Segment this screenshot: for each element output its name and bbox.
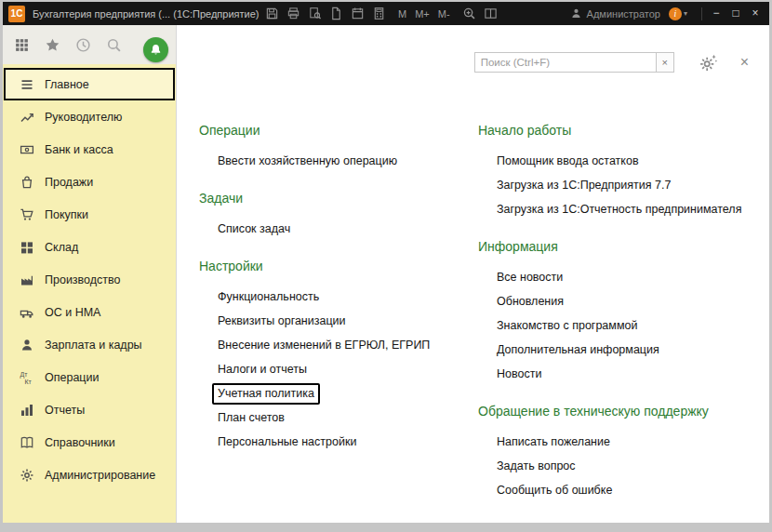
- section-title: Начало работы: [478, 122, 762, 140]
- person-icon: [20, 338, 34, 352]
- sidebar-item-sklad[interactable]: Склад: [4, 231, 175, 263]
- calculator-icon[interactable]: [372, 7, 386, 20]
- command-link[interactable]: Все новости: [497, 269, 563, 286]
- command-link[interactable]: Реквизиты организации: [218, 313, 346, 330]
- titlebar-separator: [701, 7, 702, 20]
- chevron-down-icon: ▾: [684, 9, 687, 18]
- sidebar-item-spravochniki[interactable]: Справочники: [4, 426, 175, 459]
- sidebar-item-operacii[interactable]: ДтКт Операции: [4, 361, 175, 393]
- panel-header: × ×: [474, 52, 749, 73]
- link-section: Начало работы Помощник ввода остатковЗаг…: [478, 122, 762, 219]
- document-icon[interactable]: [329, 7, 343, 20]
- command-link[interactable]: Персональные настройки: [218, 433, 356, 451]
- search-icon[interactable]: [106, 37, 122, 53]
- gear-icon: [20, 468, 34, 483]
- production-icon: [20, 273, 34, 287]
- zoom-icon[interactable]: [462, 7, 476, 20]
- print-preview-icon[interactable]: [308, 7, 322, 20]
- close-button[interactable]: ×: [747, 2, 764, 25]
- trend-icon: [20, 110, 34, 125]
- search-clear-button[interactable]: ×: [657, 52, 674, 73]
- sidebar-item-label: Продажи: [45, 176, 93, 189]
- section-links: Все новостиОбновленияЗнакомство с програ…: [478, 269, 762, 383]
- sections-panel: Главное Руководителю Банк и касса Продаж…: [3, 64, 176, 523]
- close-panel-button[interactable]: ×: [740, 55, 749, 70]
- command-link[interactable]: Знакомство с программой: [497, 317, 637, 335]
- info-button[interactable]: i ▾: [669, 7, 687, 20]
- sidebar-item-bank-i-kassa[interactable]: Банк и касса: [4, 133, 175, 166]
- 1c-logo: 1С: [8, 6, 25, 22]
- sidebar-item-label: Главное: [45, 78, 89, 91]
- sidebar-item-proizvodstvo[interactable]: Производство: [4, 263, 175, 296]
- section-links: Помощник ввода остатковЗагрузка из 1С:Пр…: [478, 153, 762, 219]
- cart-icon: [20, 207, 34, 222]
- book-icon: [20, 435, 34, 450]
- titlebar-quick-icons: [265, 7, 386, 20]
- search-input[interactable]: [474, 52, 657, 73]
- memory-button-2[interactable]: М+: [414, 8, 431, 20]
- sidebar-item-pokupki[interactable]: Покупки: [4, 198, 175, 231]
- home-page: × × Операции Ввести хозяйственную операц…: [176, 25, 769, 523]
- section-links: Ввести хозяйственную операцию: [199, 153, 478, 170]
- memory-button-3[interactable]: М-: [437, 8, 451, 20]
- favorites-star-icon[interactable]: [45, 37, 60, 53]
- sidebar-item-label: Банк и касса: [45, 143, 113, 156]
- dtkt-icon: ДтКт: [20, 370, 34, 385]
- link-section: Обращение в техническую поддержку Написа…: [478, 403, 762, 499]
- calendar-icon[interactable]: [351, 7, 365, 20]
- split-panels-icon[interactable]: [484, 7, 498, 20]
- print-icon[interactable]: [286, 7, 300, 20]
- command-link[interactable]: Функциональность: [218, 288, 319, 306]
- command-link[interactable]: Написать пожелание: [497, 433, 610, 451]
- maximize-button[interactable]: □: [727, 2, 744, 25]
- command-link[interactable]: Налоги и отчеты: [218, 361, 307, 379]
- apps-grid-icon[interactable]: [14, 37, 30, 53]
- user-icon: [570, 7, 582, 20]
- left-panel: Главное Руководителю Банк и касса Продаж…: [3, 25, 176, 523]
- sidebar-item-label: Справочники: [45, 436, 115, 449]
- sidebar-item-os-i-nma[interactable]: ОС и НМА: [4, 296, 175, 328]
- command-link[interactable]: Список задач: [218, 220, 290, 238]
- command-link[interactable]: Помощник ввода остатков: [497, 153, 639, 170]
- links-column-right: Начало работы Помощник ввода остатковЗаг…: [478, 122, 762, 519]
- warehouse-icon: [20, 240, 34, 255]
- sidebar-item-zarplata-i-kadry[interactable]: Зарплата и кадры: [4, 328, 175, 361]
- command-link[interactable]: Обновления: [497, 293, 564, 311]
- command-link[interactable]: Сообщить об ошибке: [497, 482, 612, 499]
- history-clock-icon[interactable]: [75, 37, 91, 53]
- svg-text:Кт: Кт: [25, 378, 33, 384]
- info-icon: i: [669, 7, 682, 20]
- minimize-button[interactable]: −: [708, 2, 725, 25]
- sidebar-item-prodazhi[interactable]: Продажи: [4, 166, 175, 198]
- command-link[interactable]: Учетная политика: [212, 383, 320, 405]
- command-link[interactable]: Ввести хозяйственную операцию: [218, 153, 397, 170]
- memory-button-1[interactable]: М: [397, 8, 407, 20]
- sidebar-item-label: Отчеты: [45, 404, 85, 417]
- section-links: Список задач: [199, 220, 478, 238]
- sidebar-item-label: Зарплата и кадры: [45, 339, 142, 352]
- section-links: ФункциональностьРеквизиты организацииВне…: [199, 288, 478, 451]
- links-column-left: Операции Ввести хозяйственную операцию З…: [199, 122, 478, 519]
- command-link[interactable]: Внесение изменений в ЕГРЮЛ, ЕГРИП: [218, 337, 430, 354]
- save-icon[interactable]: [265, 7, 279, 20]
- sidebar-item-rukovoditelyu[interactable]: Руководителю: [4, 100, 175, 133]
- command-link[interactable]: Новости: [497, 366, 541, 383]
- command-link[interactable]: План счетов: [218, 409, 285, 427]
- sidebar-item-label: Администрирование: [45, 469, 155, 482]
- notifications-button[interactable]: [143, 37, 168, 62]
- command-link[interactable]: Загрузка из 1С:Предприятия 7.7: [497, 177, 671, 194]
- link-section: Задачи Список задач: [199, 190, 478, 238]
- sidebar-item-glavnoe[interactable]: Главное: [4, 68, 175, 100]
- menu-icon: [20, 77, 34, 92]
- link-section: Настройки ФункциональностьРеквизиты орга…: [199, 258, 478, 451]
- sidebar-item-otchety[interactable]: Отчеты: [4, 393, 175, 426]
- command-link[interactable]: Задать вопрос: [497, 458, 576, 475]
- user-indicator[interactable]: Администратор: [570, 7, 660, 20]
- sidebar-item-administrirovanie[interactable]: Администрирование: [4, 459, 175, 491]
- window-title: Бухгалтерия предприятия (... (1С:Предпри…: [33, 8, 265, 20]
- section-title: Настройки: [199, 258, 478, 275]
- sidebar-item-label: Операции: [45, 371, 99, 384]
- settings-gear-icon[interactable]: [699, 53, 718, 73]
- command-link[interactable]: Дополнительная информация: [497, 341, 659, 359]
- command-link[interactable]: Загрузка из 1С:Отчетность предпринимател…: [497, 201, 741, 219]
